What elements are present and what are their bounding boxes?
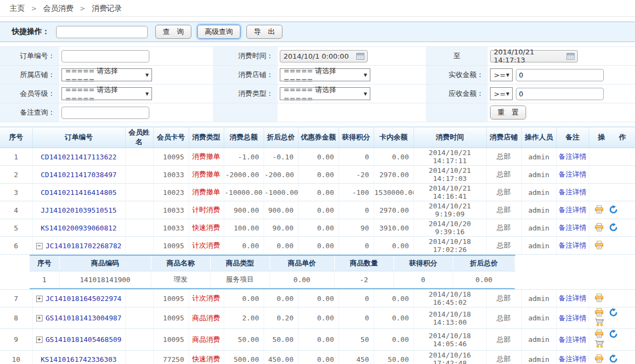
undo-icon[interactable] <box>609 330 618 340</box>
expand-row-icon[interactable]: + <box>36 337 43 343</box>
order-no-link[interactable]: JC1410181702268782 <box>46 242 122 250</box>
discounted-amount-cell: 90.00 <box>264 219 298 237</box>
to-label: 至 <box>426 47 488 66</box>
col-header-discounted: 折后总价 <box>264 127 298 148</box>
undo-icon[interactable] <box>609 223 618 233</box>
col-header-card-no: 会员卡号 <box>153 127 189 148</box>
order-no-link[interactable]: JJ1410201039510515 <box>41 206 117 214</box>
remark-details-link[interactable]: 备注详情 <box>558 223 586 232</box>
undo-icon[interactable] <box>609 308 618 318</box>
order-no-input[interactable] <box>61 50 149 62</box>
remark-details-link[interactable]: 备注详情 <box>558 335 586 344</box>
expand-row-icon[interactable]: + <box>36 296 43 302</box>
remark-cell: 备注详情 <box>556 290 589 307</box>
operator-cell: admin <box>521 329 556 351</box>
record-row: 2CD141021141703849710033消费撤单-2000.00-200… <box>0 166 635 184</box>
card-no-cell: 10033 <box>153 219 189 237</box>
consume-time-cell: 2014/10/18 16:45:02 <box>413 290 486 307</box>
order-no-cell: CD1410211417113622 <box>32 148 125 166</box>
coupon-amount-cell: 0.00 <box>298 201 339 219</box>
remark-details-link[interactable]: 备注详情 <box>558 188 586 196</box>
store-cell: 总部 <box>486 290 521 307</box>
consume-store-select[interactable]: ===== 请选择 =====▼ <box>280 68 370 81</box>
order-no-cell: +GS1410181413004987 <box>32 307 125 329</box>
remark-details-link[interactable]: 备注详情 <box>558 170 586 178</box>
operator-cell: admin <box>521 148 556 166</box>
cart-icon[interactable] <box>595 318 604 328</box>
row-index: 10 <box>0 351 32 364</box>
goods-subtable-header-row: 序号商品编码商品名称商品类型商品单价商品数量获得积分折后总价 <box>30 255 515 271</box>
consumption-records-table: 序号 订单编号 会员姓名 会员卡号 消费类型 消费总额 折后总价 优惠券金额 获… <box>0 127 635 364</box>
record-row: 6−JC141018170226878210095计次消费0.000.000.0… <box>0 237 635 255</box>
time-to-input[interactable]: 2014/10/21 14:17:13 <box>490 50 578 62</box>
consume-type-select[interactable]: ===== 请选择 =====▼ <box>280 87 370 100</box>
due-amount-label: 应收金额： <box>426 85 488 103</box>
order-no-link[interactable]: CD1410211416414805 <box>41 188 117 197</box>
quick-search-input[interactable] <box>56 26 148 38</box>
print-icon[interactable] <box>595 293 604 304</box>
breadcrumb-separator: > <box>31 5 37 12</box>
coupon-amount-cell: 0.00 <box>298 290 339 307</box>
remark-details-link[interactable]: 备注详情 <box>558 355 586 363</box>
undo-icon[interactable] <box>609 205 618 215</box>
remark-search-input[interactable] <box>61 107 149 119</box>
print-icon[interactable] <box>595 241 604 251</box>
cart-icon[interactable] <box>595 340 604 349</box>
total-amount-cell: 100.00 <box>224 219 264 237</box>
time-from-input[interactable]: 2014/10/1 0:00:00 <box>280 50 368 62</box>
row-actions-cell <box>589 237 635 255</box>
expand-row-icon[interactable]: + <box>36 315 43 321</box>
order-no-cell: KS1410161742336303 <box>32 351 125 364</box>
row-actions-cell <box>589 184 635 201</box>
collapse-row-icon[interactable]: − <box>36 243 43 249</box>
order-no-link[interactable]: JC1410181645022974 <box>46 295 122 303</box>
remark-details-link[interactable]: 备注详情 <box>558 206 586 214</box>
reset-button[interactable]: 重 置 <box>490 106 526 120</box>
order-no-link[interactable]: GS1410181405468509 <box>46 335 122 344</box>
undo-icon[interactable] <box>609 354 618 364</box>
order-no-link[interactable]: GS1410181413004987 <box>46 314 122 322</box>
print-icon[interactable] <box>595 205 604 215</box>
remark-details-link[interactable]: 备注详情 <box>558 241 586 249</box>
card-no-cell: 10095 <box>153 237 189 255</box>
due-amount-op-select[interactable]: >=▼ <box>490 87 513 100</box>
export-button[interactable]: 导 出 <box>246 25 282 39</box>
due-amount-input[interactable] <box>516 88 604 100</box>
print-icon[interactable] <box>595 223 604 233</box>
real-amount-op-select[interactable]: >=▼ <box>490 68 513 81</box>
balance-cell: 2970.00 <box>374 166 413 184</box>
record-row: 4JJ141020103951051510033计时消费900.00900.00… <box>0 201 635 219</box>
advanced-query-button[interactable]: 高级查询 <box>197 25 240 39</box>
member-level-select[interactable]: ===== 请选择 =====▼ <box>61 87 152 100</box>
real-amount-input[interactable] <box>516 69 604 81</box>
order-no-link[interactable]: KS1410161742336303 <box>41 355 117 363</box>
remark-details-link[interactable]: 备注详情 <box>558 152 586 160</box>
card-no-cell: 10095 <box>153 329 189 351</box>
discounted-amount-cell: 900.00 <box>264 201 298 219</box>
order-no-link[interactable]: KS1410200939060812 <box>41 224 117 232</box>
order-no-link[interactable]: CD1410211417038497 <box>41 171 117 179</box>
discounted-amount-cell: -0.10 <box>264 148 298 166</box>
coupon-amount-cell: 0.00 <box>298 219 339 237</box>
remark-details-link[interactable]: 备注详情 <box>558 294 586 302</box>
card-no-cell: 10095 <box>153 148 189 166</box>
print-icon[interactable] <box>595 354 604 364</box>
card-no-cell: 77250 <box>153 351 189 364</box>
breadcrumb-member-consume[interactable]: 会员消费 <box>43 4 73 12</box>
col-header-operator: 操作人员 <box>521 127 556 148</box>
print-icon[interactable] <box>595 330 604 340</box>
consume-time-cell: 2014/10/20 9:39:16 <box>413 219 486 237</box>
remark-details-link[interactable]: 备注详情 <box>558 314 586 322</box>
breadcrumb-home[interactable]: 主页 <box>10 4 25 12</box>
order-no-link[interactable]: CD1410211417113622 <box>41 153 117 161</box>
remark-cell: 备注详情 <box>556 166 589 184</box>
print-icon[interactable] <box>595 308 604 318</box>
calendar-icon <box>567 53 575 60</box>
store-cell: 总部 <box>486 351 521 364</box>
balance-cell: 0.00 <box>374 148 413 166</box>
total-amount-cell: -1.00 <box>224 148 264 166</box>
query-button[interactable]: 查 询 <box>155 25 191 39</box>
row-actions-cell <box>589 201 635 219</box>
own-store-select[interactable]: ===== 请选择 =====▼ <box>61 68 152 81</box>
balance-cell: 2970.00 <box>374 201 413 219</box>
